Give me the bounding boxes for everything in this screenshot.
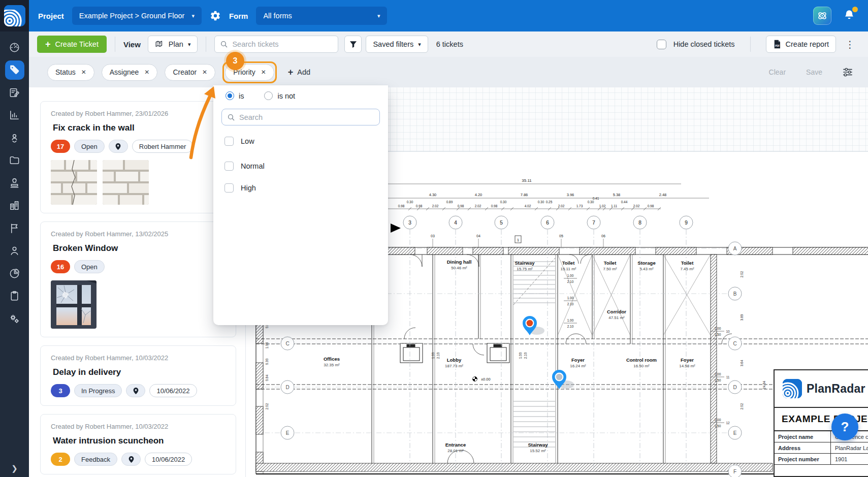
sidebar-expand-chevron-icon[interactable]: ❯ bbox=[0, 464, 29, 473]
svg-text:16.50 m²: 16.50 m² bbox=[633, 364, 650, 368]
caret-down-icon: ▾ bbox=[191, 13, 195, 19]
more-options-kebab-icon[interactable]: ⋮ bbox=[843, 39, 857, 50]
view-mode-plan-button[interactable]: Plan ▾ bbox=[148, 36, 198, 53]
ticket-card[interactable]: Created by Robert Hammer, 10/03/2022 Wat… bbox=[40, 414, 236, 474]
clear-filters-button[interactable]: Clear bbox=[769, 68, 786, 76]
sidebar-item-gauge[interactable] bbox=[0, 36, 29, 59]
ticket-card[interactable]: Created by Robert Hammer, 23/01/2026 Fix… bbox=[40, 101, 236, 213]
ticket-card[interactable]: Created by Robert Hammer, 10/03/2022 Del… bbox=[40, 345, 236, 406]
chip-close-icon[interactable]: ✕ bbox=[144, 69, 149, 76]
svg-text:1.50: 1.50 bbox=[715, 424, 721, 428]
add-filter-button[interactable]: + Add bbox=[288, 67, 310, 78]
sidebar-item-chart[interactable] bbox=[0, 104, 29, 127]
ticket-photo-brick-wall-cracked[interactable] bbox=[51, 160, 97, 205]
help-button[interactable]: ? bbox=[831, 414, 858, 440]
saved-filters-dropdown[interactable]: Saved filters ▾ bbox=[366, 36, 428, 53]
ticket-number-badge: 17 bbox=[51, 140, 70, 153]
sidebar-item-buildings[interactable] bbox=[0, 195, 29, 217]
priority-option-high[interactable]: High bbox=[224, 183, 256, 193]
svg-text:0.98: 0.98 bbox=[416, 204, 423, 208]
ticket-number-badge: 3 bbox=[51, 384, 70, 397]
dropdown-search-input[interactable] bbox=[239, 113, 374, 121]
sidebar-item-clipboard[interactable] bbox=[0, 285, 29, 308]
notifications-bell-icon[interactable] bbox=[843, 8, 857, 23]
radio-is[interactable]: is bbox=[226, 91, 244, 100]
sidebar-item-tag[interactable] bbox=[0, 59, 29, 82]
svg-text:35.11: 35.11 bbox=[522, 178, 532, 183]
svg-text:Stairway: Stairway bbox=[515, 260, 535, 266]
chip-label: Creator bbox=[173, 68, 197, 76]
sidebar-item-person-pin[interactable] bbox=[0, 126, 29, 149]
svg-text:Foyer: Foyer bbox=[571, 357, 585, 363]
svg-text:2.02: 2.02 bbox=[633, 204, 640, 208]
hide-closed-checkbox[interactable] bbox=[657, 40, 666, 49]
divider bbox=[115, 37, 115, 52]
chip-close-icon[interactable]: ✕ bbox=[81, 69, 86, 76]
form-selector[interactable]: All forms ▾ bbox=[256, 7, 387, 25]
svg-text:1.02: 1.02 bbox=[599, 204, 606, 208]
priority-option-low[interactable]: Low bbox=[224, 137, 254, 146]
svg-text:2.00: 2.00 bbox=[715, 372, 721, 376]
filter-chip-status[interactable]: Status ✕ bbox=[47, 64, 94, 81]
sidebar-item-settings-gears[interactable] bbox=[0, 307, 29, 330]
svg-text:0.44: 0.44 bbox=[621, 200, 628, 204]
field-label: Address bbox=[775, 445, 830, 451]
ticket-location-pin-icon[interactable] bbox=[121, 453, 141, 466]
sidebar-item-folder[interactable] bbox=[0, 149, 29, 172]
ticket-location-pin-icon[interactable] bbox=[126, 384, 145, 397]
sidebar-item-stamp[interactable] bbox=[0, 172, 29, 195]
form-label: Form bbox=[229, 12, 248, 20]
filter-chip-creator[interactable]: Creator ✕ bbox=[165, 64, 215, 81]
divider bbox=[206, 37, 206, 52]
filter-settings-sliders-icon[interactable] bbox=[843, 68, 853, 77]
sidebar-item-pie-chart[interactable] bbox=[0, 262, 29, 285]
project-label: Project bbox=[38, 12, 64, 20]
svg-text:7.45 m²: 7.45 m² bbox=[680, 267, 694, 271]
save-filters-button[interactable]: Save bbox=[806, 68, 822, 76]
option-label: Normal bbox=[241, 162, 265, 170]
ticket-title: Broken Window bbox=[53, 243, 226, 253]
ticket-photo-broken-window[interactable] bbox=[51, 280, 97, 329]
settings-gears-icon bbox=[5, 309, 24, 328]
checkbox-icon bbox=[224, 183, 234, 193]
sidebar-item-flag[interactable] bbox=[0, 217, 29, 240]
svg-text:7.50 m²: 7.50 m² bbox=[603, 267, 617, 271]
filter-chip-assignee[interactable]: Assignee ✕ bbox=[102, 64, 158, 81]
radio-is-not[interactable]: is not bbox=[264, 91, 295, 100]
option-label: Low bbox=[241, 137, 254, 145]
svg-text:Corridor: Corridor bbox=[607, 309, 626, 314]
notification-badge bbox=[852, 7, 858, 12]
ticket-card[interactable]: Created by Robert Hammer, 13/02/2025 Bro… bbox=[40, 221, 236, 337]
svg-text:B: B bbox=[733, 291, 737, 297]
planradar-logo[interactable] bbox=[0, 0, 29, 31]
ticket-title: Delay in delivery bbox=[53, 367, 226, 377]
ticket-photo-brick-wall[interactable] bbox=[103, 160, 149, 205]
project-selector[interactable]: Example Project > Ground Floor ▾ bbox=[72, 7, 202, 25]
priority-filter-dropdown: is is not Low Normal High bbox=[213, 85, 388, 325]
svg-text:0.25: 0.25 bbox=[546, 200, 553, 204]
svg-text:2.10: 2.10 bbox=[567, 325, 574, 328]
create-report-button[interactable]: PDF Create report bbox=[766, 36, 836, 53]
svg-text:1: 1 bbox=[517, 238, 520, 242]
radio-selected-icon bbox=[226, 91, 234, 100]
svg-text:Toilet: Toilet bbox=[562, 260, 575, 266]
sidebar-item-form-edit[interactable] bbox=[0, 81, 29, 104]
sidebar-item-person[interactable] bbox=[0, 240, 29, 263]
svg-text:2.02: 2.02 bbox=[740, 271, 744, 277]
svg-text:15.11 m²: 15.11 m² bbox=[561, 267, 576, 271]
ticket-location-pin-icon[interactable] bbox=[109, 140, 128, 153]
filter-funnel-button[interactable] bbox=[344, 36, 362, 53]
chip-close-icon[interactable]: ✕ bbox=[202, 69, 207, 76]
search-tickets-input[interactable] bbox=[232, 40, 333, 48]
ai-assistant-button[interactable] bbox=[813, 7, 831, 25]
svg-text:0.98: 0.98 bbox=[648, 204, 654, 208]
priority-option-normal[interactable]: Normal bbox=[224, 162, 265, 171]
map-icon bbox=[155, 40, 164, 49]
project-settings-gear-icon[interactable] bbox=[210, 10, 221, 21]
create-ticket-button[interactable]: + Create Ticket bbox=[37, 36, 107, 53]
app-window: ❯ Project Example Project > Ground Floor… bbox=[0, 0, 868, 477]
gauge-icon bbox=[5, 38, 24, 57]
ticket-count: 6 tickets bbox=[436, 40, 463, 48]
svg-text:03: 03 bbox=[431, 234, 435, 238]
chip-close-icon[interactable]: ✕ bbox=[261, 69, 266, 76]
